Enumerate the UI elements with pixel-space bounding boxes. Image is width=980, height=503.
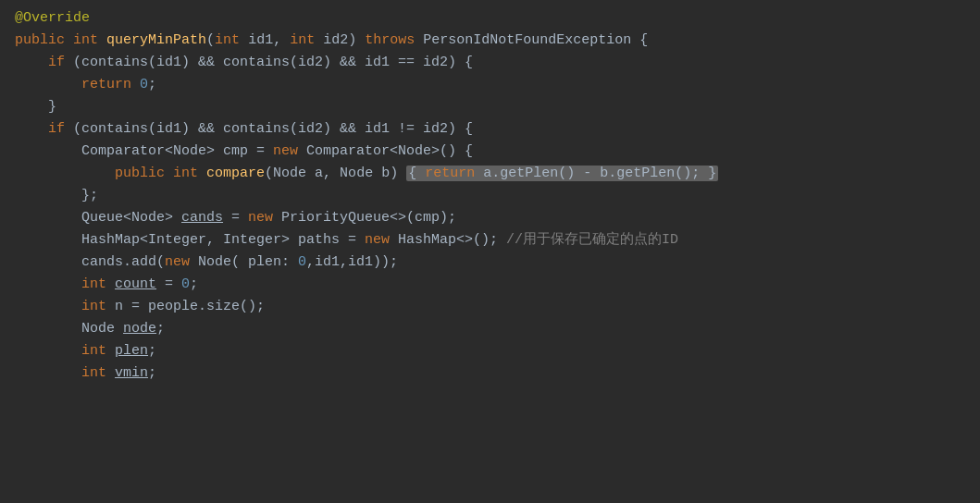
line-6: if (contains(id1) && contains(id2) && id… (15, 118, 965, 141)
line-15: Node node; (15, 318, 965, 340)
line-17: int vmin; (15, 362, 965, 385)
line-2: public int queryMinPath(int id1, int id2… (15, 30, 965, 52)
line-3: if (contains(id1) && contains(id2) && id… (15, 52, 965, 74)
line-10: Queue<Node> cands = new PriorityQueue<>(… (15, 207, 965, 229)
line-14: int n = people.size(); (15, 296, 965, 318)
highlight-return-block: { return a.getPlen() - b.getPlen(); } (406, 166, 718, 181)
code-editor: @Override public int queryMinPath(int id… (0, 0, 980, 503)
line-1: @Override (15, 7, 965, 30)
line-11: HashMap<Integer, Integer> paths = new Ha… (15, 229, 965, 252)
line-7: Comparator<Node> cmp = new Comparator<No… (15, 141, 965, 163)
line-9: }; (15, 185, 965, 207)
line-16: int plen; (15, 340, 965, 362)
keyword-int: int (73, 32, 98, 48)
line-5: } (15, 96, 965, 118)
line-12: cands.add(new Node( plen: 0,id1,id1)); (15, 252, 965, 274)
keyword-public: public (15, 32, 65, 48)
line-13: int count = 0; (15, 274, 965, 296)
method-queryMinPath: queryMinPath (106, 32, 206, 48)
line-4: return 0; (15, 74, 965, 96)
line-8: public int compare(Node a, Node b) { ret… (15, 163, 965, 185)
annotation-override: @Override (15, 10, 90, 26)
